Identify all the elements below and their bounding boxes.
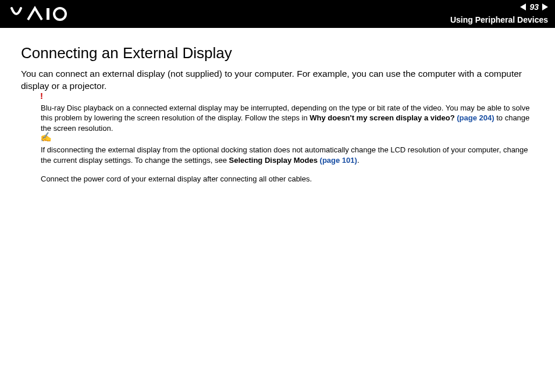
tip-bold: Selecting Display Modes [229,156,318,165]
prev-page-arrow-icon[interactable] [520,3,526,10]
tip-note: ✍ If disconnecting the external display … [41,141,534,165]
section-title: Using Peripheral Devices [450,15,548,24]
warning-page-link[interactable]: (page 204) [455,113,494,122]
warning-icon: ! [40,90,43,102]
header-bar: 93 Using Peripheral Devices [0,0,555,28]
document-page: 93 Using Peripheral Devices Connecting a… [0,0,555,392]
page-number: 93 [528,2,540,12]
svg-point-1 [54,8,66,20]
tip-icon: ✍ [40,131,52,144]
page-nav: 93 [520,2,548,12]
tip-page-link[interactable]: (page 101) [318,156,357,165]
instruction-text: Connect the power cord of your external … [41,174,534,184]
page-title: Connecting an External Display [21,44,534,62]
vaio-logo [10,5,74,23]
tip-text-post: . [357,156,360,165]
svg-rect-0 [47,8,49,20]
intro-paragraph: You can connect an external display (not… [21,68,534,92]
page-content: Connecting an External Display You can c… [0,28,555,184]
warning-bold: Why doesn't my screen display a video? [309,113,454,122]
next-page-arrow-icon[interactable] [542,3,548,10]
warning-note: ! Blu-ray Disc playback on a connected e… [41,101,534,134]
